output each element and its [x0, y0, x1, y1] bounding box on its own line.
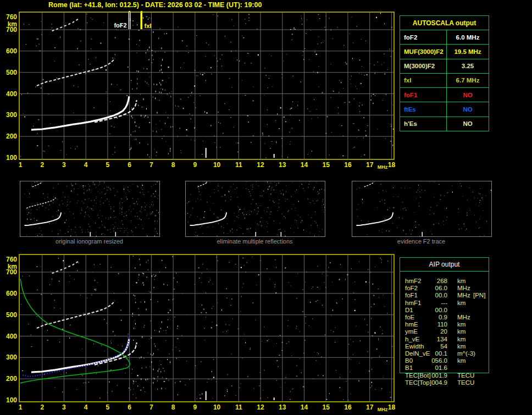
svg-text:2: 2: [40, 403, 44, 411]
aip-parameter-value: 00.1: [425, 350, 447, 357]
svg-text:foF2: foF2: [114, 22, 126, 29]
svg-text:5: 5: [106, 161, 110, 169]
thumbnail-original-ionogram: [20, 181, 160, 237]
aip-row: ymE20km: [400, 328, 490, 335]
svg-text:100: 100: [6, 154, 17, 162]
svg-text:600: 600: [6, 47, 17, 55]
aip-parameter-value: 110: [425, 321, 447, 328]
autoscala-row-label: foF1: [400, 88, 447, 102]
aip-parameter-unit: km: [457, 321, 465, 328]
svg-text:13: 13: [279, 161, 286, 169]
thumbnail-evidence-f2-trace-image: [352, 181, 491, 236]
autoscala-row-value: 6.0 MHz: [447, 30, 489, 44]
aip-parameter-value: 06.0: [425, 285, 447, 292]
aip-parameter-name: hmF1: [405, 300, 421, 307]
svg-text:760: 760: [6, 13, 17, 21]
svg-text:16: 16: [344, 161, 352, 169]
autoscala-row-label: M(3000)F2: [400, 59, 447, 73]
thumbnail-eliminate-reflections-image: [186, 181, 325, 236]
autoscala-row-value: NO: [447, 88, 489, 102]
svg-text:14: 14: [301, 403, 308, 411]
svg-text:14: 14: [301, 161, 308, 169]
aip-parameter-unit: km: [457, 336, 465, 343]
aip-row: TEC[Top]004.9TECU: [400, 379, 490, 386]
svg-text:6: 6: [128, 403, 131, 411]
ionogram-top-plot: foF2fxI123456789101112131415161718MHz760…: [0, 11, 401, 173]
svg-text:4: 4: [84, 161, 88, 169]
aip-parameter-unit: MHz: [457, 292, 470, 299]
aip-parameter-name: foE: [405, 314, 414, 321]
autoscala-row-label: foF2: [400, 30, 447, 44]
aip-parameter-name: h_vE: [405, 336, 419, 343]
aip-parameter-unit: km: [457, 357, 465, 364]
aip-parameter-value: 056.0: [425, 357, 447, 364]
thumbnail-caption: evidence F2 trace: [351, 238, 491, 245]
svg-text:6: 6: [128, 161, 131, 169]
svg-text:9: 9: [193, 403, 197, 411]
autoscala-row-value: NO: [447, 117, 489, 131]
svg-text:300: 300: [6, 353, 17, 361]
thumbnail-evidence-f2-trace: [352, 181, 492, 237]
aip-row: DelN_vE00.1m^(-3): [400, 350, 490, 357]
aip-parameter-name: ymE: [405, 328, 418, 335]
svg-text:200: 200: [6, 375, 17, 383]
autoscala-row-label: fxI: [400, 74, 447, 87]
autoscala-row-value: 3.25: [447, 59, 489, 73]
aip-table-title: AIP output: [400, 258, 489, 272]
aip-parameter-name: B0: [405, 357, 413, 364]
aip-parameter-value: 01.6: [425, 364, 447, 372]
svg-text:4: 4: [84, 403, 88, 411]
aip-parameter-name: foF1: [405, 292, 418, 299]
aip-parameter-unit: km: [457, 278, 465, 285]
autoscala-output-table: AUTOSCALA output foF2 6.0 MHz MUF(3000)F…: [400, 15, 489, 131]
svg-text:11: 11: [235, 403, 242, 411]
svg-text:200: 200: [6, 132, 17, 140]
ionogram-bottom-plot: 123456789101112131415161718MHz7607006005…: [0, 253, 401, 415]
svg-text:5: 5: [106, 403, 110, 411]
aip-parameter-name: foF2: [405, 285, 418, 292]
svg-text:1: 1: [19, 161, 23, 169]
aip-parameter-unit: m^(-3): [457, 350, 475, 357]
table-row: foF2 6.0 MHz: [400, 30, 489, 44]
svg-text:3: 3: [62, 403, 66, 411]
svg-text:9: 9: [193, 161, 197, 169]
aip-row: hmF2268km: [400, 278, 490, 285]
svg-text:11: 11: [235, 161, 242, 169]
aip-row: hmE110km: [400, 321, 490, 328]
svg-text:km: km: [8, 20, 17, 28]
aip-parameter-value: 134: [425, 336, 447, 343]
svg-text:100: 100: [6, 396, 17, 404]
aip-parameter-value: 004.9: [425, 379, 447, 386]
table-row: fxI 6.7 MHz: [400, 73, 489, 87]
thumbnail-caption: eliminate multiple reflections: [185, 238, 325, 245]
aip-row: foF100.0MHz[PN]: [400, 292, 490, 299]
aip-parameter-value: 00.0: [425, 292, 447, 299]
svg-text:12: 12: [257, 403, 264, 411]
aip-parameter-note: [PN]: [473, 292, 485, 299]
aip-parameter-unit: km: [457, 300, 465, 307]
aip-parameter-value: 001.9: [425, 372, 447, 379]
aip-parameter-name: hmE: [405, 321, 418, 328]
aip-parameter-value: 00.0: [425, 307, 447, 314]
aip-parameter-value: ---: [425, 300, 447, 307]
svg-text:18: 18: [388, 403, 396, 411]
svg-text:17: 17: [366, 403, 374, 411]
aip-row: foF206.0MHz: [400, 285, 490, 292]
svg-text:fxI: fxI: [145, 23, 152, 29]
svg-text:17: 17: [366, 161, 374, 169]
aip-row: TEC[Bot]001.9TECU: [400, 372, 490, 379]
aip-parameter-value: 20: [425, 328, 447, 335]
aip-parameter-value: 54: [425, 343, 447, 350]
aip-parameter-name: B1: [405, 364, 413, 372]
table-row: h'Es NO: [400, 117, 489, 131]
table-row: M(3000)F2 3.25: [400, 59, 489, 73]
aip-row: hmF1---km: [400, 300, 490, 307]
table-row: MUF(3000)F2 19.5 MHz: [400, 44, 489, 58]
page-title: Rome (lat: +41.8, lon: 012.5) - DATE: 20…: [48, 1, 262, 9]
svg-text:10: 10: [213, 161, 221, 169]
aip-row: foE0.9MHz: [400, 314, 490, 321]
svg-text:10: 10: [213, 403, 221, 411]
aip-parameter-unit: km: [457, 343, 465, 350]
svg-text:760: 760: [6, 256, 17, 263]
aip-row: D100.0: [400, 307, 490, 314]
